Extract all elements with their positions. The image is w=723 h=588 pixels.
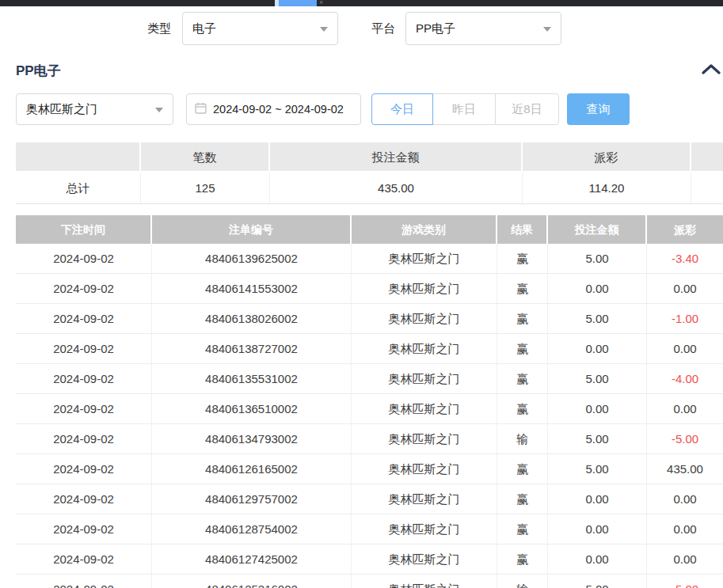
cell-bet-id: 48406136510002 (152, 394, 352, 424)
game-select[interactable]: 奥林匹斯之门 (16, 93, 173, 125)
cell-payout: 0.00 (647, 484, 723, 514)
bet-table: 下注时间 注单编号 游戏类别 结果 投注金额 派彩 2024-09-02 484… (16, 215, 723, 588)
today-button[interactable]: 今日 (371, 93, 433, 125)
cell-payout: -4.00 (647, 364, 723, 394)
cell-bet-amount: 5.00 (548, 575, 647, 588)
cell-result: 赢 (497, 544, 548, 575)
active-tab-indicator[interactable] (275, 0, 317, 6)
cell-result: 赢 (497, 244, 548, 274)
summary-header-row: 笔数 投注金额 派彩 (16, 142, 723, 173)
cell-bet-id: 48406139625002 (152, 244, 352, 274)
cell-bet-time: 2024-09-02 (16, 484, 152, 514)
summary-total-label: 总计 (16, 173, 141, 204)
table-row: 2024-09-02 48406128754002 奥林匹斯之门 赢 0.00 … (16, 514, 723, 544)
summary-total-row: 总计 125 435.00 114.20 (16, 173, 723, 204)
cell-payout: -5.00 (647, 424, 723, 454)
summary-header-empty (16, 142, 141, 173)
summary-header-count: 笔数 (141, 142, 270, 173)
summary-total-clipped (691, 173, 723, 204)
date-range-value: 2024-09-02 ~ 2024-09-02 (213, 103, 344, 116)
cell-payout: 0.00 (647, 544, 723, 575)
filter-row-section: 奥林匹斯之门 2024-09-02 ~ 2024-09-02 今日 昨日 近8日… (0, 93, 723, 125)
platform-label: 平台 (371, 12, 395, 45)
bet-table-body: 2024-09-02 48406139625002 奥林匹斯之门 赢 5.00 … (16, 244, 723, 588)
platform-select-value: PP电子 (416, 21, 455, 36)
cell-bet-time: 2024-09-02 (16, 454, 152, 484)
summary-header-clipped (691, 142, 723, 173)
cell-bet-id: 48406125316002 (152, 575, 352, 588)
cell-bet-amount: 0.00 (548, 484, 647, 514)
game-select-value: 奥林匹斯之门 (26, 102, 97, 117)
cell-bet-amount: 0.00 (548, 394, 647, 424)
type-select-value: 电子 (192, 21, 216, 36)
table-row: 2024-09-02 48406141553002 奥林匹斯之门 赢 0.00 … (16, 274, 723, 304)
header-result: 结果 (497, 215, 548, 244)
cell-result: 输 (497, 424, 548, 454)
last-8-days-button[interactable]: 近8日 (495, 93, 559, 125)
summary-total-bet-amount: 435.00 (270, 173, 523, 204)
cell-payout: -5.00 (647, 575, 723, 588)
cell-bet-time: 2024-09-02 (16, 364, 152, 394)
cell-bet-amount: 0.00 (548, 544, 647, 575)
type-select[interactable]: 电子 (182, 12, 338, 45)
cell-game-category: 奥林匹斯之门 (352, 334, 497, 364)
cell-bet-amount: 5.00 (548, 304, 647, 334)
table-row: 2024-09-02 48406127425002 奥林匹斯之门 赢 0.00 … (16, 544, 723, 575)
close-icon[interactable]: × (319, 0, 323, 6)
cell-game-category: 奥林匹斯之门 (352, 364, 497, 394)
cell-result: 赢 (497, 394, 548, 424)
cell-game-category: 奥林匹斯之门 (352, 575, 497, 588)
calendar-icon (195, 102, 207, 116)
cell-bet-amount: 5.00 (548, 244, 647, 274)
cell-payout: 0.00 (647, 274, 723, 304)
cell-bet-id: 48406127425002 (152, 544, 352, 575)
cell-bet-id: 48406135531002 (152, 364, 352, 394)
date-range-input[interactable]: 2024-09-02 ~ 2024-09-02 (186, 93, 361, 125)
cell-game-category: 奥林匹斯之门 (352, 304, 497, 334)
top-bar: × (0, 0, 723, 6)
chevron-down-icon (543, 27, 551, 32)
cell-game-category: 奥林匹斯之门 (352, 394, 497, 424)
cell-result: 赢 (497, 484, 548, 514)
table-row: 2024-09-02 48406135531002 奥林匹斯之门 赢 5.00 … (16, 364, 723, 394)
chevron-down-icon (155, 108, 163, 112)
cell-game-category: 奥林匹斯之门 (352, 244, 497, 274)
summary-table: 笔数 投注金额 派彩 总计 125 435.00 114.20 (16, 142, 723, 204)
header-bet-id: 注单编号 (152, 215, 352, 244)
cell-bet-amount: 0.00 (548, 274, 647, 304)
cell-bet-amount: 0.00 (548, 514, 647, 544)
cell-bet-time: 2024-09-02 (16, 304, 152, 334)
cell-payout: 435.00 (647, 454, 723, 484)
cell-result: 赢 (497, 514, 548, 544)
yesterday-button[interactable]: 昨日 (432, 93, 496, 125)
search-button[interactable]: 查询 (567, 93, 630, 125)
table-row: 2024-09-02 48406126165002 奥林匹斯之门 赢 5.00 … (16, 454, 723, 484)
cell-game-category: 奥林匹斯之门 (352, 484, 497, 514)
cell-game-category: 奥林匹斯之门 (352, 424, 497, 454)
type-label: 类型 (147, 12, 171, 45)
cell-bet-id: 48406126165002 (152, 454, 352, 484)
chevron-down-icon (320, 27, 328, 32)
header-bet-time: 下注时间 (16, 215, 152, 244)
cell-result: 赢 (497, 304, 548, 334)
header-bet-amount: 投注金额 (548, 215, 647, 244)
cell-bet-time: 2024-09-02 (16, 244, 152, 274)
page: × 类型 电子 平台 PP电子 PP电子 奥林匹斯之门 (0, 0, 723, 588)
cell-bet-time: 2024-09-02 (16, 394, 152, 424)
table-row: 2024-09-02 48406134793002 奥林匹斯之门 输 5.00 … (16, 424, 723, 454)
cell-game-category: 奥林匹斯之门 (352, 544, 497, 575)
cell-game-category: 奥林匹斯之门 (352, 274, 497, 304)
table-row: 2024-09-02 48406139625002 奥林匹斯之门 赢 5.00 … (16, 244, 723, 274)
cell-payout: 0.00 (647, 514, 723, 544)
summary-header-bet-amount: 投注金额 (270, 142, 523, 173)
cell-bet-time: 2024-09-02 (16, 514, 152, 544)
cell-bet-time: 2024-09-02 (16, 575, 152, 588)
collapse-chevron-up-icon[interactable] (702, 63, 721, 75)
platform-select[interactable]: PP电子 (405, 12, 561, 45)
cell-bet-amount: 5.00 (548, 364, 647, 394)
table-row: 2024-09-02 48406129757002 奥林匹斯之门 赢 0.00 … (16, 484, 723, 514)
cell-result: 赢 (497, 364, 548, 394)
cell-bet-time: 2024-09-02 (16, 334, 152, 364)
cell-bet-id: 48406129757002 (152, 484, 352, 514)
header-payout: 派彩 (647, 215, 723, 244)
